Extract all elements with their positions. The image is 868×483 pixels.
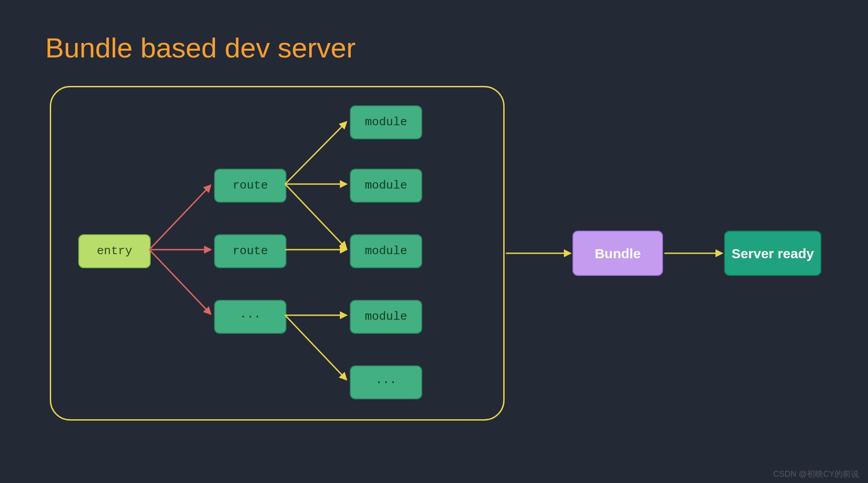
entry-node: entry <box>78 234 151 268</box>
route-node-2: route <box>214 234 286 268</box>
module-node-2: module <box>350 169 422 203</box>
watermark-text: CSDN @初映CY的前说 <box>773 469 859 479</box>
bundler-container: entry route route ··· module module modu… <box>50 86 505 421</box>
module-node-4: module <box>350 300 422 334</box>
module-node-ellipsis: ··· <box>350 365 422 399</box>
diagram-title: Bundle based dev server <box>45 32 356 64</box>
server-ready-node: Server ready <box>724 231 821 276</box>
module-node-1: module <box>350 105 422 139</box>
route-node-ellipsis: ··· <box>214 300 286 334</box>
module-node-3: module <box>350 234 422 268</box>
route-node-1: route <box>214 169 286 203</box>
bundle-node: Bundle <box>572 231 663 276</box>
